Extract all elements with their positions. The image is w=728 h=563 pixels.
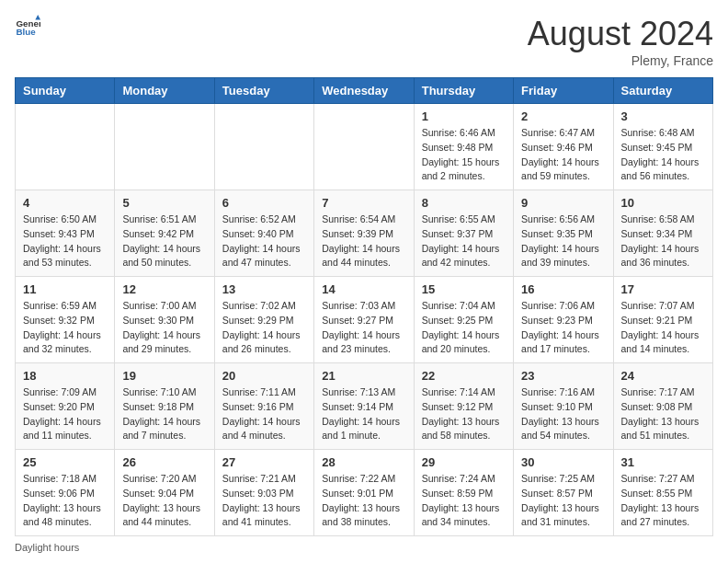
- day-number: 22: [422, 369, 506, 383]
- calendar-week-row: 1Sunrise: 6:46 AM Sunset: 9:48 PM Daylig…: [16, 104, 713, 190]
- month-year-title: August 2024: [528, 15, 713, 53]
- day-info: Sunrise: 6:58 AM Sunset: 9:34 PM Dayligh…: [621, 213, 705, 270]
- calendar-week-row: 4Sunrise: 6:50 AM Sunset: 9:43 PM Daylig…: [16, 190, 713, 277]
- table-row: [214, 104, 313, 190]
- calendar-week-row: 11Sunrise: 6:59 AM Sunset: 9:32 PM Dayli…: [16, 277, 713, 363]
- footer-note: Daylight hours: [15, 542, 713, 553]
- table-row: 26Sunrise: 7:20 AM Sunset: 9:04 PM Dayli…: [115, 450, 214, 536]
- day-number: 23: [521, 369, 605, 383]
- day-info: Sunrise: 6:55 AM Sunset: 9:37 PM Dayligh…: [422, 213, 506, 270]
- day-info: Sunrise: 6:46 AM Sunset: 9:48 PM Dayligh…: [422, 126, 506, 184]
- table-row: 2Sunrise: 6:47 AM Sunset: 9:46 PM Daylig…: [514, 104, 613, 190]
- day-of-week-header: Thursday: [414, 78, 513, 104]
- day-info: Sunrise: 7:18 AM Sunset: 9:06 PM Dayligh…: [23, 472, 107, 530]
- day-of-week-header: Friday: [514, 78, 613, 104]
- day-info: Sunrise: 7:09 AM Sunset: 9:20 PM Dayligh…: [23, 385, 107, 443]
- day-number: 26: [122, 455, 206, 469]
- table-row: 15Sunrise: 7:04 AM Sunset: 9:25 PM Dayli…: [414, 277, 513, 363]
- table-row: [314, 104, 414, 190]
- day-number: 29: [422, 455, 506, 469]
- day-info: Sunrise: 7:10 AM Sunset: 9:18 PM Dayligh…: [122, 385, 206, 443]
- day-info: Sunrise: 7:25 AM Sunset: 8:57 PM Dayligh…: [521, 472, 605, 530]
- day-number: 21: [322, 369, 405, 383]
- table-row: 9Sunrise: 6:56 AM Sunset: 9:35 PM Daylig…: [514, 190, 613, 277]
- day-number: 18: [23, 369, 107, 383]
- day-of-week-header: Monday: [115, 78, 214, 104]
- calendar-week-row: 18Sunrise: 7:09 AM Sunset: 9:20 PM Dayli…: [16, 363, 713, 450]
- day-info: Sunrise: 6:52 AM Sunset: 9:40 PM Dayligh…: [222, 213, 306, 270]
- location-subtitle: Plemy, France: [528, 53, 713, 68]
- table-row: 6Sunrise: 6:52 AM Sunset: 9:40 PM Daylig…: [214, 190, 313, 277]
- table-row: 20Sunrise: 7:11 AM Sunset: 9:16 PM Dayli…: [214, 363, 313, 450]
- day-info: Sunrise: 7:06 AM Sunset: 9:23 PM Dayligh…: [521, 299, 605, 357]
- logo-icon: General Blue: [15, 15, 40, 40]
- day-number: 2: [521, 109, 605, 123]
- day-info: Sunrise: 7:07 AM Sunset: 9:21 PM Dayligh…: [621, 299, 705, 357]
- table-row: 19Sunrise: 7:10 AM Sunset: 9:18 PM Dayli…: [115, 363, 214, 450]
- table-row: 28Sunrise: 7:22 AM Sunset: 9:01 PM Dayli…: [314, 450, 414, 536]
- table-row: [115, 104, 214, 190]
- day-number: 9: [521, 196, 605, 210]
- day-number: 14: [322, 282, 405, 296]
- day-of-week-header: Tuesday: [214, 78, 313, 104]
- table-row: 11Sunrise: 6:59 AM Sunset: 9:32 PM Dayli…: [16, 277, 115, 363]
- day-of-week-header: Wednesday: [314, 78, 414, 104]
- svg-marker-2: [35, 15, 40, 20]
- day-info: Sunrise: 6:50 AM Sunset: 9:43 PM Dayligh…: [23, 213, 107, 270]
- day-number: 12: [122, 282, 206, 296]
- day-info: Sunrise: 7:00 AM Sunset: 9:30 PM Dayligh…: [122, 299, 206, 357]
- day-info: Sunrise: 7:17 AM Sunset: 9:08 PM Dayligh…: [621, 385, 705, 443]
- day-info: Sunrise: 7:13 AM Sunset: 9:14 PM Dayligh…: [322, 385, 405, 443]
- table-row: 24Sunrise: 7:17 AM Sunset: 9:08 PM Dayli…: [613, 363, 712, 450]
- table-row: 17Sunrise: 7:07 AM Sunset: 9:21 PM Dayli…: [613, 277, 712, 363]
- day-info: Sunrise: 7:04 AM Sunset: 9:25 PM Dayligh…: [422, 299, 506, 357]
- day-of-week-header: Saturday: [613, 78, 712, 104]
- day-number: 27: [222, 455, 306, 469]
- table-row: 1Sunrise: 6:46 AM Sunset: 9:48 PM Daylig…: [414, 104, 513, 190]
- day-number: 30: [521, 455, 605, 469]
- day-number: 4: [23, 196, 107, 210]
- day-number: 17: [621, 282, 705, 296]
- day-info: Sunrise: 7:02 AM Sunset: 9:29 PM Dayligh…: [222, 299, 306, 357]
- day-number: 11: [23, 282, 107, 296]
- table-row: 5Sunrise: 6:51 AM Sunset: 9:42 PM Daylig…: [115, 190, 214, 277]
- day-number: 24: [621, 369, 705, 383]
- table-row: 18Sunrise: 7:09 AM Sunset: 9:20 PM Dayli…: [16, 363, 115, 450]
- calendar-week-row: 25Sunrise: 7:18 AM Sunset: 9:06 PM Dayli…: [16, 450, 713, 536]
- table-row: 29Sunrise: 7:24 AM Sunset: 8:59 PM Dayli…: [414, 450, 513, 536]
- day-number: 16: [521, 282, 605, 296]
- day-info: Sunrise: 7:22 AM Sunset: 9:01 PM Dayligh…: [322, 472, 405, 530]
- day-of-week-header: Sunday: [16, 78, 115, 104]
- table-row: 14Sunrise: 7:03 AM Sunset: 9:27 PM Dayli…: [314, 277, 414, 363]
- day-number: 28: [322, 455, 405, 469]
- day-info: Sunrise: 7:14 AM Sunset: 9:12 PM Dayligh…: [422, 385, 506, 443]
- day-number: 15: [422, 282, 506, 296]
- header: General Blue August 2024 Plemy, France: [15, 15, 713, 68]
- day-number: 5: [122, 196, 206, 210]
- day-info: Sunrise: 7:24 AM Sunset: 8:59 PM Dayligh…: [422, 472, 506, 530]
- day-info: Sunrise: 7:27 AM Sunset: 8:55 PM Dayligh…: [621, 472, 705, 530]
- day-info: Sunrise: 7:11 AM Sunset: 9:16 PM Dayligh…: [222, 385, 306, 443]
- day-number: 1: [422, 109, 506, 123]
- day-info: Sunrise: 6:47 AM Sunset: 9:46 PM Dayligh…: [521, 126, 605, 184]
- table-row: 13Sunrise: 7:02 AM Sunset: 9:29 PM Dayli…: [214, 277, 313, 363]
- day-info: Sunrise: 6:54 AM Sunset: 9:39 PM Dayligh…: [322, 213, 405, 270]
- table-row: 30Sunrise: 7:25 AM Sunset: 8:57 PM Dayli…: [514, 450, 613, 536]
- day-number: 25: [23, 455, 107, 469]
- day-number: 19: [122, 369, 206, 383]
- svg-text:Blue: Blue: [16, 27, 36, 37]
- day-number: 8: [422, 196, 506, 210]
- day-number: 13: [222, 282, 306, 296]
- table-row: 8Sunrise: 6:55 AM Sunset: 9:37 PM Daylig…: [414, 190, 513, 277]
- day-number: 31: [621, 455, 705, 469]
- day-number: 3: [621, 109, 705, 123]
- day-info: Sunrise: 6:48 AM Sunset: 9:45 PM Dayligh…: [621, 126, 705, 184]
- table-row: 27Sunrise: 7:21 AM Sunset: 9:03 PM Dayli…: [214, 450, 313, 536]
- table-row: [16, 104, 115, 190]
- table-row: 23Sunrise: 7:16 AM Sunset: 9:10 PM Dayli…: [514, 363, 613, 450]
- table-row: 3Sunrise: 6:48 AM Sunset: 9:45 PM Daylig…: [613, 104, 712, 190]
- day-info: Sunrise: 6:51 AM Sunset: 9:42 PM Dayligh…: [122, 213, 206, 270]
- day-number: 6: [222, 196, 306, 210]
- table-row: 21Sunrise: 7:13 AM Sunset: 9:14 PM Dayli…: [314, 363, 414, 450]
- table-row: 16Sunrise: 7:06 AM Sunset: 9:23 PM Dayli…: [514, 277, 613, 363]
